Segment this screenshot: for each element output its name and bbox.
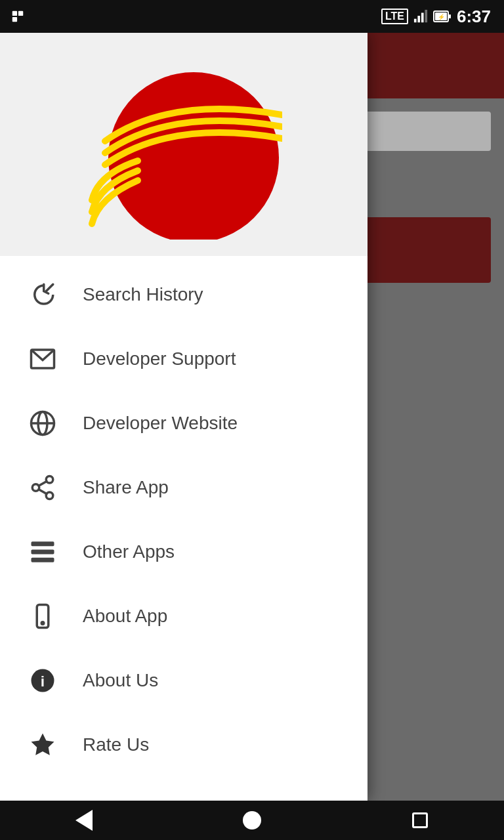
about-app-label: About App — [83, 606, 167, 627]
globe-icon — [26, 407, 59, 440]
svg-line-19 — [39, 490, 47, 494]
share-app-label: Share App — [83, 477, 169, 498]
menu-item-rate-us[interactable]: Rate Us — [0, 713, 368, 777]
home-icon — [243, 811, 261, 830]
about-us-label: About Us — [83, 670, 158, 691]
phone-icon — [26, 600, 59, 633]
svg-rect-22 — [32, 550, 54, 555]
svg-rect-2 — [18, 11, 23, 16]
app-logo — [85, 56, 282, 240]
status-bar: LTE ⚡ 6:37 — [0, 0, 504, 33]
menu-item-search-history[interactable]: Search History — [0, 262, 368, 327]
drawer-menu: Search History Developer Support — [0, 256, 368, 801]
history-icon — [26, 278, 59, 311]
developer-website-label: Developer Website — [83, 413, 238, 434]
info-icon: i — [26, 664, 59, 697]
svg-rect-4 — [417, 16, 420, 22]
status-icons: LTE ⚡ 6:37 — [381, 7, 491, 27]
menu-item-other-apps[interactable]: Other Apps — [0, 520, 368, 584]
svg-rect-0 — [12, 11, 17, 16]
svg-marker-28 — [32, 734, 54, 755]
back-icon — [75, 810, 93, 831]
drawer-overlay: Search History Developer Support — [0, 33, 504, 801]
svg-rect-6 — [425, 10, 427, 22]
svg-rect-21 — [32, 541, 54, 546]
svg-point-25 — [41, 622, 44, 625]
apps-icon — [26, 536, 59, 568]
svg-rect-9 — [449, 14, 451, 18]
mail-icon — [26, 343, 59, 375]
menu-item-developer-support[interactable]: Developer Support — [0, 327, 368, 391]
share-icon — [26, 471, 59, 504]
navigation-drawer: Search History Developer Support — [0, 33, 368, 801]
menu-item-about-us[interactable]: i About Us — [0, 648, 368, 713]
recents-icon — [412, 812, 428, 828]
battery-icon: ⚡ — [433, 9, 452, 24]
status-time: 6:37 — [457, 7, 491, 27]
menu-item-about-app[interactable]: About App — [0, 584, 368, 648]
developer-support-label: Developer Support — [83, 348, 236, 369]
home-button[interactable] — [232, 801, 272, 840]
recents-button[interactable] — [400, 801, 440, 840]
drawer-scrim[interactable] — [368, 33, 504, 801]
signal-icon — [413, 9, 428, 24]
svg-text:⚡: ⚡ — [437, 13, 445, 21]
menu-item-developer-website[interactable]: Developer Website — [0, 391, 368, 455]
notification-icon — [10, 9, 25, 24]
menu-item-share-app[interactable]: Share App — [0, 455, 368, 520]
drawer-header — [0, 33, 368, 256]
search-history-label: Search History — [83, 284, 203, 305]
svg-rect-3 — [414, 19, 417, 22]
lte-indicator: LTE — [381, 9, 408, 24]
rate-us-label: Rate Us — [83, 734, 149, 755]
svg-line-20 — [39, 481, 47, 486]
svg-text:i: i — [41, 673, 45, 690]
other-apps-label: Other Apps — [83, 541, 175, 562]
navigation-bar — [0, 801, 504, 840]
back-button[interactable] — [64, 801, 104, 840]
svg-rect-1 — [12, 17, 17, 22]
svg-rect-23 — [32, 558, 54, 562]
svg-point-11 — [108, 72, 279, 240]
star-icon — [26, 728, 59, 761]
svg-rect-5 — [421, 13, 424, 23]
